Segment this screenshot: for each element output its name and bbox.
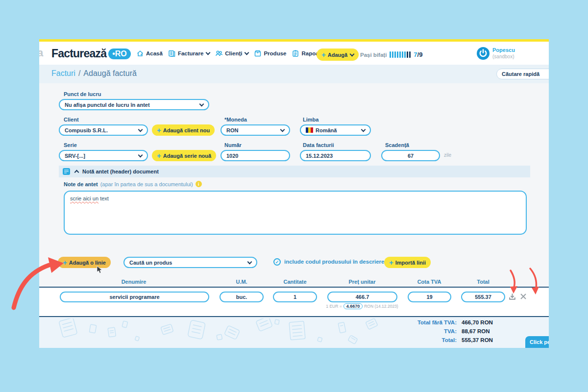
punct-de-lucru-label: Punct de lucru	[64, 91, 101, 97]
romania-flag-icon	[306, 127, 313, 133]
limba-value: Română	[316, 127, 337, 133]
add-serie-button[interactable]: + Adaugă serie nouă	[152, 150, 216, 161]
table-top-divider	[39, 287, 549, 288]
textarea-misspelled-text: scrie aici un	[70, 196, 98, 201]
user-env: (sandbox)	[492, 54, 515, 60]
serie-value: SRV-[...]	[65, 153, 85, 159]
add-button[interactable]: + Adaugă	[317, 49, 359, 61]
delete-line-icon[interactable]	[519, 293, 527, 300]
moneda-select[interactable]: RON	[220, 124, 290, 136]
client-value: Compusib S.R.L.	[65, 127, 108, 133]
user-name: Popescu	[492, 47, 515, 53]
plus-icon: +	[157, 152, 161, 159]
import-lines-label: Importă linii	[395, 260, 426, 266]
add-button-label: Adaugă	[328, 52, 347, 58]
steps-count: 7/9	[414, 51, 422, 58]
punct-de-lucru-value: Nu afișa punctul de lucru în antet	[65, 102, 150, 108]
logo-text: Facturează	[51, 47, 106, 60]
chevron-down-icon	[206, 50, 211, 55]
steps-label: Pași bifați	[360, 52, 387, 58]
navbar: a Facturează •RO Acasă Facturare Clienți	[39, 42, 549, 65]
quick-search-input[interactable]: Căutare rapidă	[496, 69, 549, 79]
data-facturii-input[interactable]: 15.12.2023	[300, 150, 371, 161]
add-client-button[interactable]: + Adaugă client nou	[152, 124, 215, 136]
total-fara-tva-value: 466,70 RON	[462, 319, 525, 325]
exchange-prefix: 1 EUR =	[326, 304, 342, 309]
col-header-pret-unitar: Preț unitar	[333, 279, 392, 285]
clients-icon	[215, 49, 223, 57]
products-icon	[254, 49, 262, 57]
scadenta-suffix: zile	[444, 152, 451, 158]
chevron-down-icon	[350, 51, 355, 56]
exchange-suffix: RON (14.12.2023)	[364, 304, 398, 309]
app-logo[interactable]: Facturează •RO	[51, 47, 131, 60]
row-cantitate-input[interactable]: 1	[273, 292, 317, 302]
tva-label: TVA:	[382, 328, 457, 334]
nav-label: Clienți	[225, 50, 242, 56]
serie-select[interactable]: SRV-[...]	[59, 150, 148, 161]
numar-label: Număr	[224, 142, 242, 148]
steps-done: 7	[414, 51, 417, 58]
serie-label: Serie	[64, 142, 77, 148]
col-header-cota-tva: Cota TVA	[400, 279, 459, 285]
chevron-down-icon	[138, 152, 143, 157]
mouse-cursor-icon	[96, 266, 103, 274]
breadcrumb-facturi-link[interactable]: Facturi	[51, 69, 75, 77]
row-denumire-input[interactable]: servicii programare	[60, 292, 209, 302]
scadenta-label: Scadență	[385, 142, 409, 148]
nav-item-facturare[interactable]: Facturare	[168, 49, 210, 57]
client-select[interactable]: Compusib S.R.L.	[59, 124, 148, 136]
footer-top-divider	[39, 316, 549, 317]
moneda-label: *Moneda	[224, 117, 247, 122]
chevron-down-icon	[245, 50, 249, 55]
limba-select[interactable]: Română	[300, 124, 371, 136]
numar-input[interactable]: 1020	[220, 150, 290, 161]
tva-value: 88,67 RON	[462, 328, 525, 334]
save-line-icon[interactable]	[508, 293, 516, 301]
row-total-input[interactable]: 555.37	[461, 292, 505, 302]
chevron-down-icon	[247, 259, 252, 264]
col-header-um: U.M.	[212, 279, 271, 285]
import-lines-button[interactable]: + Importă linii	[384, 257, 431, 268]
nav-item-produse[interactable]: Produse	[254, 49, 286, 57]
step-bar	[409, 51, 411, 58]
header-note-section-toggle[interactable]: Notă antet (header) document	[59, 166, 530, 177]
add-serie-label: Adaugă serie nouă	[163, 153, 211, 159]
nav-item-acasa[interactable]: Acasă	[136, 49, 163, 57]
check-icon: ✓	[275, 260, 279, 265]
header-note-textarea[interactable]: scrie aici un text	[64, 191, 527, 235]
add-client-label: Adaugă client nou	[163, 127, 210, 133]
limba-label: Limba	[303, 117, 318, 122]
punct-de-lucru-select[interactable]: Nu afișa punctul de lucru în antet	[59, 99, 209, 110]
app-window: a Facturează •RO Acasă Facturare Clienți	[39, 39, 549, 348]
nav-label: Facturare	[178, 50, 203, 56]
row-um-input[interactable]: buc.	[220, 292, 264, 302]
home-icon	[136, 49, 144, 57]
row-cota-tva-input[interactable]: 19	[408, 292, 451, 302]
plus-icon: +	[157, 126, 161, 134]
header-note-section-title: Notă antet (header) document	[82, 169, 159, 174]
total-label: Total:	[382, 337, 457, 343]
col-header-total: Total	[454, 279, 513, 285]
user-menu[interactable]: Popescu (sandbox)	[477, 47, 515, 60]
note-de-antet-hint: (apar în partea de sus a documentului)	[100, 181, 193, 187]
screenshot-canvas: a Facturează •RO Acasă Facturare Clienți	[0, 0, 588, 392]
header-note-label-row: Note de antet (apar în partea de sus a d…	[64, 181, 202, 187]
corner-help-button[interactable]: Click pe	[525, 336, 549, 348]
steps-total: /9	[417, 51, 423, 58]
product-search-select[interactable]: Caută un produs	[123, 257, 257, 268]
user-info: Popescu (sandbox)	[492, 47, 515, 59]
chevron-down-icon	[138, 127, 143, 132]
nav-item-clienti[interactable]: Clienți	[215, 49, 248, 57]
product-search-value: Caută un produs	[129, 260, 172, 266]
plus-icon: +	[63, 259, 67, 266]
page-title: Adaugă factură	[83, 69, 137, 77]
step-bar	[407, 51, 408, 58]
nav-label: Produse	[264, 50, 286, 56]
main-menu: Acasă Facturare Clienți Produse	[136, 49, 326, 57]
row-pret-unitar-input[interactable]: 466.7	[327, 292, 397, 302]
include-code-checkbox[interactable]: ✓	[273, 258, 281, 266]
scadenta-input[interactable]: 67	[381, 150, 440, 161]
textarea-text: text	[98, 196, 109, 201]
chevron-down-icon	[280, 127, 285, 132]
